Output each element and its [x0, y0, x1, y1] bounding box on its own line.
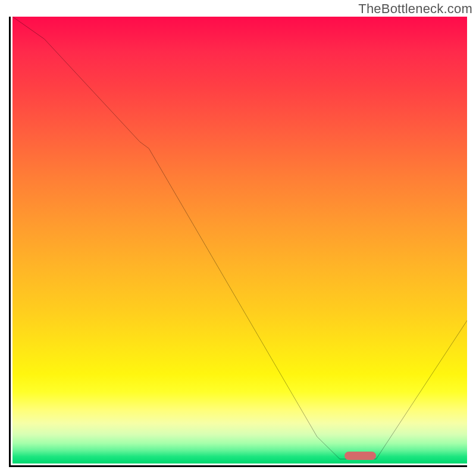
optimal-marker	[345, 452, 376, 460]
watermark-text: TheBottleneck.com	[358, 1, 472, 17]
bottleneck-curve	[12, 17, 467, 464]
plot-area	[9, 17, 467, 467]
plot-clip	[12, 17, 467, 464]
chart-frame: TheBottleneck.com	[0, 0, 476, 476]
